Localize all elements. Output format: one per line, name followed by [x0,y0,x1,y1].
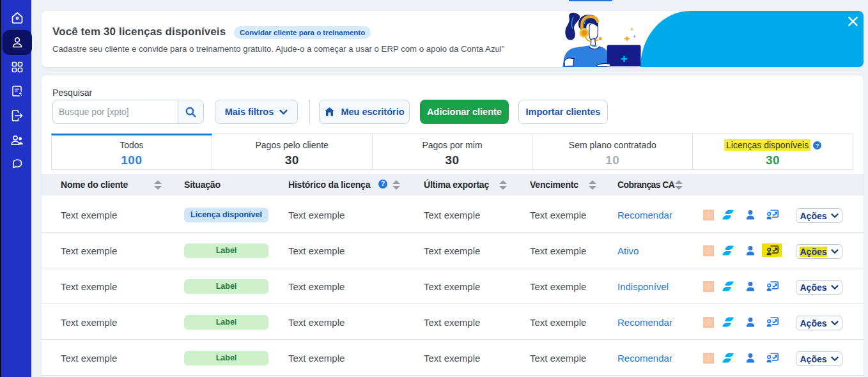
svg-text:?: ? [816,142,819,149]
